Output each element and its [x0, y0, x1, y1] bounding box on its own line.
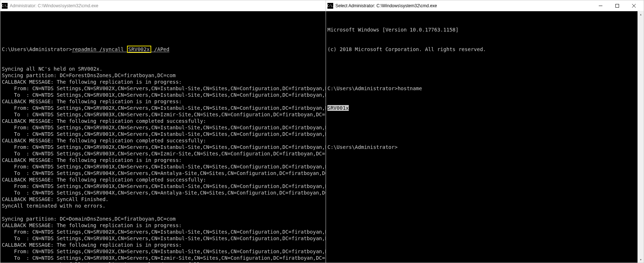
- terminal-line: [2, 26, 324, 33]
- terminal-line: CALLBACK MESSAGE: The following replicat…: [2, 261, 324, 263]
- window-title-left: Administrator: C:\Windows\system32\cmd.e…: [10, 3, 324, 8]
- terminal-line: CALLBACK MESSAGE: The following replicat…: [2, 98, 324, 105]
- close-button[interactable]: [626, 0, 642, 11]
- cmd-window-right: C:\. Select Administrator: C:\Windows\sy…: [326, 0, 644, 263]
- terminal-line: CALLBACK MESSAGE: The following replicat…: [2, 79, 324, 85]
- terminal-line: From: CN=NTDS Settings,CN=SRV002X,CN=Ser…: [2, 248, 324, 255]
- terminal-line: CALLBACK MESSAGE: SyncAll Finished.: [2, 196, 324, 203]
- terminal-line: [327, 124, 636, 131]
- terminal-line: Syncing partition: DC=ForestDnsZones,DC=…: [2, 72, 324, 79]
- terminal-line: From: CN=NTDS Settings,CN=SRV002X,CN=Ser…: [2, 85, 324, 92]
- command-line: C:\Users\Administrator>hostname: [327, 85, 636, 92]
- terminal-line: To : CN=NTDS Settings,CN=SRV003X,CN=Serv…: [2, 255, 324, 261]
- terminal-line: From: CN=NTDS Settings,CN=SRV002X,CN=Ser…: [2, 124, 324, 131]
- cmd-icon: C:\.: [2, 3, 8, 9]
- titlebar-right[interactable]: C:\. Select Administrator: C:\Windows\sy…: [326, 0, 644, 11]
- hostname-output: SRV001x: [327, 105, 636, 111]
- window-controls: [592, 0, 642, 11]
- maximize-button[interactable]: [609, 0, 626, 11]
- scroll-down-button[interactable]: ▾: [638, 256, 644, 263]
- highlighted-server: SRV002x: [127, 46, 151, 53]
- terminal-line: To : CN=NTDS Settings,CN=SRV001X,CN=Serv…: [2, 235, 324, 242]
- terminal-line: CALLBACK MESSAGE: The following replicat…: [2, 176, 324, 183]
- terminal-line: CALLBACK MESSAGE: The following replicat…: [2, 118, 324, 124]
- terminal-line: To : CN=NTDS Settings,CN=SRV004X,CN=Serv…: [2, 170, 324, 176]
- minimize-button[interactable]: [592, 0, 609, 11]
- cmd-window-left: C:\. Administrator: C:\Windows\system32\…: [0, 0, 326, 263]
- terminal-line: CALLBACK MESSAGE: The following replicat…: [2, 137, 324, 144]
- terminal-line: CALLBACK MESSAGE: The following replicat…: [2, 242, 324, 248]
- terminal-line: To : CN=NTDS Settings,CN=SRV003X,CN=Serv…: [2, 111, 324, 118]
- terminal-output-left[interactable]: C:\Users\Administrator>repadmin /syncall…: [0, 11, 326, 263]
- terminal-line: Syncing all NC's held on SRV002x.: [2, 66, 324, 72]
- scroll-up-button[interactable]: ▴: [638, 11, 644, 17]
- terminal-line: To : CN=NTDS Settings,CN=SRV001X,CN=Serv…: [2, 92, 324, 98]
- terminal-line: Microsoft Windows [Version 10.0.17763.11…: [327, 26, 636, 33]
- terminal-line: From: CN=NTDS Settings,CN=SRV001X,CN=Ser…: [2, 163, 324, 170]
- svg-rect-1: [616, 4, 619, 7]
- terminal-line: From: CN=NTDS Settings,CN=SRV002X,CN=Ser…: [2, 105, 324, 111]
- terminal-line: CALLBACK MESSAGE: The following replicat…: [2, 222, 324, 229]
- titlebar-left[interactable]: C:\. Administrator: C:\Windows\system32\…: [0, 0, 326, 11]
- terminal-line: SyncAll terminated with no errors.: [2, 203, 324, 209]
- terminal-line: To : CN=NTDS Settings,CN=SRV001X,CN=Serv…: [2, 131, 324, 137]
- prompt-line: C:\Users\Administrator>: [327, 144, 636, 150]
- terminal-line: From: CN=NTDS Settings,CN=SRV002X,CN=Ser…: [2, 144, 324, 150]
- terminal-line: CALLBACK MESSAGE: The following replicat…: [2, 157, 324, 163]
- terminal-line: [327, 66, 636, 72]
- command-line: C:\Users\Administrator>repadmin /syncall…: [2, 46, 324, 53]
- terminal-line: To : CN=NTDS Settings,CN=SRV003X,CN=Serv…: [2, 150, 324, 157]
- terminal-line: (c) 2018 Microsoft Corporation. All righ…: [327, 46, 636, 53]
- terminal-line: [2, 209, 324, 216]
- terminal-output-right[interactable]: Microsoft Windows [Version 10.0.17763.11…: [326, 11, 637, 263]
- terminal-line: From: CN=NTDS Settings,CN=SRV001X,CN=Ser…: [2, 183, 324, 189]
- window-title-right: Select Administrator: C:\Windows\system3…: [335, 3, 592, 8]
- terminal-line: From: CN=NTDS Settings,CN=SRV002X,CN=Ser…: [2, 229, 324, 235]
- cmd-icon: C:\.: [327, 3, 333, 9]
- terminal-line: To : CN=NTDS Settings,CN=SRV004X,CN=Serv…: [2, 189, 324, 196]
- terminal-line: Syncing partition: DC=DomainDnsZones,DC=…: [2, 216, 324, 222]
- scrollbar-right[interactable]: ▴ ▾: [637, 11, 644, 263]
